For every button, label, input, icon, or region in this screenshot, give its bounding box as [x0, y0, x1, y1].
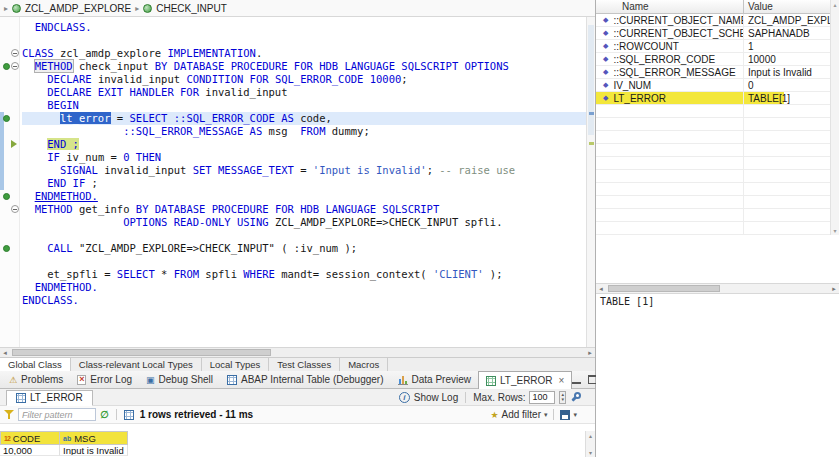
code-line[interactable]: METHOD get_info BY DATABASE PROCEDURE FO… — [22, 203, 586, 216]
variable-icon: ◆ — [603, 42, 608, 50]
chevron-down-icon[interactable]: ▾ — [573, 411, 577, 419]
result-col-msg[interactable]: ab MSG — [60, 431, 128, 445]
code-line[interactable] — [22, 255, 586, 268]
bottom-tab-label: LT_ERROR — [500, 375, 553, 386]
scroll-right-icon[interactable]: ▸ — [585, 348, 595, 357]
empty-row — [596, 183, 839, 196]
code-line[interactable]: ENDCLASS. — [22, 21, 586, 34]
variables-vscrollbar[interactable]: ▴▾ — [830, 0, 839, 235]
code-line[interactable]: BEGIN — [22, 99, 586, 112]
collapse-icon[interactable] — [11, 62, 19, 70]
result-rows: 10,000Input is Invalid — [0, 445, 595, 456]
code-line[interactable] — [22, 34, 586, 47]
scroll-left-icon[interactable]: ◂ — [0, 348, 10, 357]
code-line[interactable]: ENDMETHOD. — [22, 190, 586, 203]
info-icon[interactable]: i — [399, 392, 410, 403]
bottom-tab[interactable]: LT_ERROR× — [478, 371, 572, 389]
code-line[interactable]: METHOD check_input BY DATABASE PROCEDURE… — [22, 60, 586, 73]
result-subtab[interactable]: LT_ERROR — [6, 390, 93, 406]
overview-ruler[interactable] — [586, 17, 595, 347]
scroll-down-icon[interactable]: ▾ — [589, 449, 592, 456]
editor-hscrollbar[interactable]: ◂ ▸ — [0, 347, 595, 357]
variable-row[interactable]: ◆LT_ERRORTABLE[1] — [596, 92, 839, 105]
code-line[interactable]: ENDCLASS. — [22, 294, 586, 307]
code-lines[interactable]: ENDCLASS. CLASS zcl_amdp_explore IMPLEME… — [20, 17, 586, 347]
code-line[interactable]: END IF ; — [22, 177, 586, 190]
bottom-tab[interactable]: Problems — [2, 371, 70, 388]
max-rows-input[interactable] — [529, 391, 555, 404]
scrollbar-track[interactable] — [10, 348, 585, 357]
editor-tab[interactable]: Macros — [340, 358, 388, 371]
scroll-right-icon[interactable]: ▸ — [829, 284, 839, 293]
result-col-code[interactable]: 12 CODE — [0, 431, 60, 445]
editor-tab[interactable]: Local Types — [202, 358, 270, 371]
variable-name: ::CURRENT_OBJECT_NAME — [613, 15, 744, 26]
editor-tab[interactable]: Global Class — [0, 358, 71, 371]
variable-row[interactable]: ◆::CURRENT_OBJECT_SCHEMASAPHANADB — [596, 27, 839, 40]
variables-hscrollbar[interactable]: ◂ ▸ — [596, 283, 839, 294]
filter-toolbar: ∅ 1 rows retrieved - 11 ms ★ Add filter … — [0, 406, 595, 424]
code-line[interactable]: DECLARE invalid_input CONDITION FOR SQL_… — [22, 73, 586, 86]
code-line[interactable] — [22, 229, 586, 242]
scrollbar-thumb[interactable] — [12, 349, 271, 356]
code-line[interactable]: END ; — [22, 138, 586, 151]
breadcrumb-item-class[interactable]: ZCL_AMDP_EXPLORE — [25, 3, 131, 14]
filter-input[interactable] — [18, 408, 96, 421]
code-line[interactable]: et_spfli = SELECT * FROM spfli WHERE man… — [22, 268, 586, 281]
code-line[interactable]: CALL "ZCL_AMDP_EXPLORE=>CHECK_INPUT" ( :… — [22, 242, 586, 255]
variable-row[interactable]: ◆::SQL_ERROR_MESSAGEInput is Invalid — [596, 66, 839, 79]
variable-row[interactable]: ◆::CURRENT_OBJECT_NAMEZCL_AMDP_EXPLORE=>… — [596, 14, 839, 27]
breakpoint-icon[interactable] — [3, 115, 10, 122]
scroll-left-icon[interactable]: ◂ — [596, 284, 606, 293]
minimize-icon[interactable] — [572, 375, 581, 384]
variable-row[interactable]: ◆::SQL_ERROR_CODE10000 — [596, 53, 839, 66]
variable-row[interactable]: ◆IV_NUM0 — [596, 79, 839, 92]
bottom-tab[interactable]: Error Log — [70, 371, 139, 388]
result-row[interactable]: 10,000Input is Invalid — [0, 445, 595, 456]
breakpoint-icon[interactable] — [3, 245, 10, 252]
clear-filter-icon[interactable]: ∅ — [100, 409, 109, 420]
settings-icon[interactable] — [570, 392, 581, 403]
scroll-down-icon[interactable]: ▾ — [833, 227, 836, 234]
scrollbar-thumb[interactable] — [608, 285, 720, 292]
chevron-down-icon[interactable]: ▾ — [544, 411, 548, 419]
close-icon[interactable]: × — [559, 375, 565, 386]
spinner-down-icon[interactable]: ▾ — [561, 397, 564, 402]
scroll-up-icon[interactable]: ▴ — [833, 1, 836, 8]
scrollbar-thumb[interactable] — [588, 25, 594, 135]
bottom-tab[interactable]: ABAP Internal Table (Debugger) — [220, 371, 391, 388]
variables-header: Name Value — [596, 0, 839, 14]
code-line[interactable]: lt_error = SELECT ::SQL_ERROR_CODE AS co… — [22, 112, 586, 125]
code-line[interactable]: CLASS zcl_amdp_explore IMPLEMENTATION. — [22, 47, 586, 60]
code-line[interactable]: OPTIONS READ-ONLY USING ZCL_AMDP_EXPLORE… — [22, 216, 586, 229]
breadcrumb-expand-icon[interactable]: ▸ — [4, 4, 8, 13]
col-name-header[interactable]: Name — [596, 0, 744, 13]
breakpoint-icon[interactable] — [3, 193, 10, 200]
code-line[interactable]: ENDMETHOD. — [22, 281, 586, 294]
variables-view: Name Value ◆::CURRENT_OBJECT_NAMEZCL_AMD… — [596, 0, 839, 457]
code-line[interactable]: ::SQL_ERROR_MESSAGE AS msg FROM dummy; — [22, 125, 586, 138]
bottom-tab[interactable]: Data Preview — [391, 371, 478, 388]
editor-tab[interactable]: Class-relevant Local Types — [71, 358, 202, 371]
editor-ruler[interactable] — [0, 17, 20, 347]
scroll-up-icon[interactable]: ▴ — [589, 432, 592, 439]
result-vscrollbar[interactable]: ▴▾ — [585, 431, 595, 457]
collapse-icon[interactable] — [11, 205, 19, 213]
add-filter-icon: ★ — [490, 410, 498, 420]
bottom-tab[interactable]: Debug Shell — [139, 371, 220, 388]
save-icon[interactable] — [560, 410, 570, 420]
editor-tab[interactable]: Test Classes — [269, 358, 340, 371]
collapse-icon[interactable] — [11, 49, 19, 57]
breadcrumb-item-method[interactable]: CHECK_INPUT — [156, 3, 227, 14]
code-line[interactable]: IF iv_num = 0 THEN — [22, 151, 586, 164]
max-rows-spinner[interactable]: ▴▾ — [559, 391, 566, 404]
code-line[interactable]: DECLARE EXIT HANDLER FOR invalid_input — [22, 86, 586, 99]
show-log-button[interactable]: Show Log — [414, 392, 458, 403]
variable-name: IV_NUM — [613, 80, 651, 91]
code-line[interactable]: SIGNAL invalid_input SET MESSAGE_TEXT = … — [22, 164, 586, 177]
breakpoint-icon[interactable] — [3, 63, 10, 70]
col-value-header[interactable]: Value — [744, 1, 839, 12]
add-filter-button[interactable]: Add filter — [502, 409, 541, 420]
scrollbar-track[interactable] — [606, 284, 829, 293]
variable-row[interactable]: ◆::ROWCOUNT1 — [596, 40, 839, 53]
